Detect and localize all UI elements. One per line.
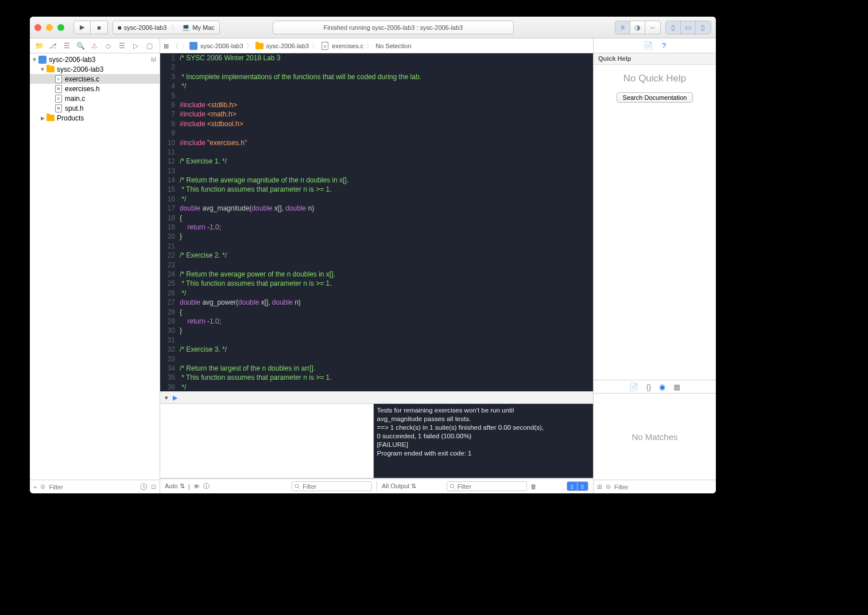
library-filter-input[interactable] bbox=[614, 484, 712, 491]
breakpoint-navigator-icon[interactable]: ▷ bbox=[129, 39, 142, 53]
search-documentation-button[interactable]: Search Documentation bbox=[617, 92, 693, 103]
debug-bar: ▾ ▶ bbox=[160, 391, 593, 404]
quick-help-inspector-icon[interactable]: ? bbox=[662, 41, 666, 50]
variables-filter-input[interactable] bbox=[292, 481, 372, 491]
version-editor-icon[interactable]: ↔ bbox=[645, 21, 660, 34]
tree-file[interactable]: main.c bbox=[65, 95, 156, 103]
toggle-debug-icon[interactable]: ▾ bbox=[165, 394, 168, 402]
object-library-icon[interactable]: ◉ bbox=[659, 383, 665, 391]
code-area[interactable]: /* SYSC 2006 Winter 2018 Lab 3 * Incompl… bbox=[180, 53, 593, 391]
source-control-navigator-icon[interactable]: ⎇ bbox=[46, 39, 60, 53]
panel-visibility-segmented[interactable]: ▯ ▭ ▯ bbox=[665, 21, 711, 34]
scheme-selector[interactable]: ■sysc-2006-lab3 〉 💻My Mac bbox=[113, 21, 220, 34]
bottom-panel-icon[interactable]: ▭ bbox=[681, 21, 696, 34]
zoom-window[interactable] bbox=[57, 24, 64, 31]
toolbar: ▶ ■ ■sysc-2006-lab3 〉 💻My Mac Finished r… bbox=[30, 17, 716, 38]
quicklook-icon[interactable]: 👁 bbox=[193, 483, 200, 490]
assistant-editor-icon[interactable]: ◑ bbox=[630, 21, 645, 34]
tree-file[interactable]: exercises.h bbox=[65, 85, 156, 93]
library-filter-bar: ⊞ ⊜ bbox=[594, 480, 716, 493]
library-selector: 📄 {} ◉ ▦ bbox=[594, 380, 716, 394]
inspector-selector: 📄 ? bbox=[593, 38, 716, 53]
quick-help-header: Quick Help bbox=[594, 53, 716, 65]
print-description-icon[interactable]: ⓘ bbox=[203, 482, 210, 491]
activity-viewer: Finished running sysc-2006-lab3 : sysc-2… bbox=[273, 21, 514, 34]
no-quick-help-label: No Quick Help bbox=[623, 73, 687, 84]
variables-view[interactable] bbox=[160, 404, 374, 478]
tree-project[interactable]: sysc-2006-lab3 bbox=[49, 56, 151, 64]
navigator: ▼ sysc-2006-lab3 M ▼ sysc-2006-lab3 c ex… bbox=[30, 53, 160, 493]
code-snippet-library-icon[interactable]: {} bbox=[646, 383, 652, 391]
tree-file[interactable]: exercises.c bbox=[65, 75, 156, 83]
right-panel-icon[interactable]: ▯ bbox=[696, 21, 711, 34]
disclosure-icon[interactable]: ▼ bbox=[39, 67, 46, 72]
forward-button[interactable]: 〉 bbox=[182, 42, 188, 50]
filter-icon: ⊜ bbox=[606, 483, 611, 491]
debug-pane-toggle[interactable]: ▯▯ bbox=[567, 481, 588, 491]
library-content: No Matches bbox=[594, 394, 716, 480]
project-tree[interactable]: ▼ sysc-2006-lab3 M ▼ sysc-2006-lab3 c ex… bbox=[30, 53, 160, 480]
window-controls bbox=[34, 24, 64, 31]
run-button[interactable]: ▶ bbox=[73, 21, 91, 34]
console-output-scope[interactable]: All Output ⇅ bbox=[382, 482, 416, 490]
navigator-selector: 📁 ⎇ ☰ 🔍 ⚠ ◇ ☰ ▷ ▢ bbox=[30, 38, 160, 53]
navigator-jump-bar-row: 📁 ⎇ ☰ 🔍 ⚠ ◇ ☰ ▷ ▢ ⊞ 〈 〉 sysc-2006-lab3 〉… bbox=[30, 38, 716, 53]
xcode-window: ▶ ■ ■sysc-2006-lab3 〉 💻My Mac Finished r… bbox=[30, 17, 716, 493]
media-library-icon[interactable]: ▦ bbox=[673, 383, 680, 391]
no-matches-label: No Matches bbox=[631, 432, 677, 442]
scm-filter-icon[interactable]: ⊡ bbox=[151, 483, 156, 491]
related-items-icon[interactable]: ⊞ bbox=[164, 42, 169, 50]
report-navigator-icon[interactable]: ▢ bbox=[142, 39, 156, 53]
scm-badge: M bbox=[151, 56, 156, 63]
minimize-window[interactable] bbox=[46, 24, 53, 31]
navigator-filter-input[interactable] bbox=[49, 484, 136, 491]
back-button[interactable]: 〈 bbox=[172, 42, 179, 50]
clear-console-icon[interactable]: 🗑 bbox=[530, 483, 537, 490]
editor-mode-segmented[interactable]: ≡ ◑ ↔ bbox=[615, 21, 661, 34]
file-template-library-icon[interactable]: 📄 bbox=[629, 383, 638, 391]
file-inspector-icon[interactable]: 📄 bbox=[644, 41, 653, 50]
filter-icon: ⊜ bbox=[40, 483, 45, 491]
stop-button[interactable]: ■ bbox=[91, 21, 108, 34]
console-output[interactable]: Tests for remaining exercises won't be r… bbox=[374, 404, 594, 478]
add-icon[interactable]: + bbox=[33, 484, 37, 491]
symbol-navigator-icon[interactable]: ☰ bbox=[60, 39, 73, 53]
tree-group[interactable]: sysc-2006-lab3 bbox=[57, 65, 156, 73]
breakpoint-toggle-icon[interactable]: ▶ bbox=[173, 394, 177, 402]
grid-list-toggle-icon[interactable]: ⊞ bbox=[597, 483, 602, 491]
debug-area: Tests for remaining exercises won't be r… bbox=[160, 404, 593, 478]
recent-filter-icon[interactable]: 🕓 bbox=[140, 483, 148, 491]
test-navigator-icon[interactable]: ◇ bbox=[101, 39, 115, 53]
disclosure-icon[interactable]: ▼ bbox=[31, 57, 38, 63]
project-navigator-icon[interactable]: 📁 bbox=[32, 39, 46, 53]
navigator-filter-bar: + ⊜ 🕓 ⊡ bbox=[30, 480, 160, 493]
tree-products[interactable]: Products bbox=[57, 114, 156, 122]
source-editor[interactable]: 1234567891011121314151617181920212223242… bbox=[160, 53, 593, 391]
close-window[interactable] bbox=[34, 24, 41, 31]
tree-file[interactable]: sput.h bbox=[65, 104, 156, 112]
debug-navigator-icon[interactable]: ☰ bbox=[115, 39, 129, 53]
variables-scope[interactable]: Auto ⇅ bbox=[165, 482, 185, 490]
issue-navigator-icon[interactable]: ⚠ bbox=[87, 39, 101, 53]
inspector: Quick Help No Quick Help Search Document… bbox=[593, 53, 716, 493]
line-gutter: 1234567891011121314151617181920212223242… bbox=[160, 53, 180, 391]
standard-editor-icon[interactable]: ≡ bbox=[615, 21, 630, 34]
jump-bar[interactable]: ⊞ 〈 〉 sysc-2006-lab3 〉 sysc-2006-lab3 〉 … bbox=[160, 38, 593, 53]
console-filter-input[interactable] bbox=[447, 481, 527, 491]
left-panel-icon[interactable]: ▯ bbox=[666, 21, 681, 34]
disclosure-icon[interactable]: ▶ bbox=[39, 115, 46, 121]
find-navigator-icon[interactable]: 🔍 bbox=[73, 39, 87, 53]
